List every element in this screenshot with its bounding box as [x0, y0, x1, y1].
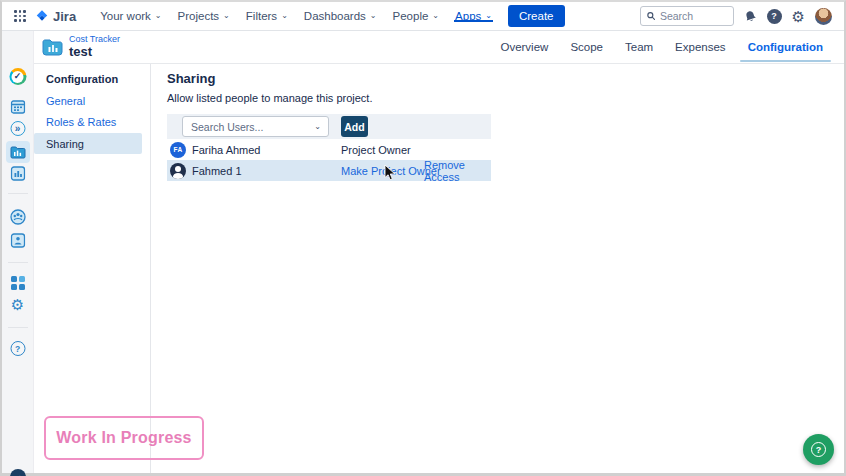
checkmark-badge-icon[interactable]: ✓ [9, 68, 26, 85]
work-in-progress-badge: Work In Progress [44, 416, 204, 460]
chevron-down-icon: ⌄ [314, 122, 321, 131]
add-user-toolbar: ⌄ Add [167, 114, 491, 139]
create-button[interactable]: Create [508, 5, 565, 27]
search-icon [647, 11, 655, 21]
project-header: Cost Tracker test Overview Scope Team Ex… [34, 31, 844, 64]
nav-people[interactable]: People ⌄ [385, 10, 448, 22]
project-name: test [69, 45, 120, 59]
default-avatar-icon [170, 163, 186, 179]
topbar-right: ? ⚙ [640, 2, 832, 30]
member-role: Project Owner [341, 144, 411, 156]
calendar-icon[interactable] [10, 99, 25, 114]
tab-expenses[interactable]: Expenses [664, 31, 737, 63]
help-fab-button[interactable]: ? [803, 434, 834, 465]
config-nav-general[interactable]: General [34, 90, 142, 111]
tab-team[interactable]: Team [614, 31, 664, 63]
user-avatar[interactable] [815, 8, 832, 25]
member-name: Fahmed 1 [192, 165, 242, 177]
chart-report-icon[interactable] [10, 166, 25, 181]
member-row-fahmed[interactable]: Fahmed 1 Make Project Owner Remove Acces… [167, 160, 491, 181]
rail-divider [8, 193, 28, 194]
project-tabs: Overview Scope Team Expenses Configurati… [489, 31, 844, 63]
person-card-icon[interactable] [10, 233, 25, 248]
remove-access-link[interactable]: Remove Access [424, 159, 491, 183]
member-name: Fariha Ahmed [192, 144, 260, 156]
sharing-panel: Sharing Allow listed people to manage th… [152, 64, 844, 473]
notifications-bell-icon[interactable] [742, 8, 758, 24]
question-mark-icon: ? [811, 442, 826, 457]
configuration-heading: Configuration [46, 73, 118, 85]
jira-window: Jira Your work ⌄ Projects ⌄ Filters ⌄ Da… [0, 0, 846, 476]
settings-gear-icon[interactable]: ⚙ [792, 9, 805, 24]
jira-logo-icon [35, 9, 49, 23]
avatar-initials: FA [170, 142, 186, 158]
apps-grid-icon[interactable] [11, 276, 25, 290]
product-name: Jira [53, 9, 76, 24]
team-people-icon[interactable] [10, 209, 26, 225]
search-users-input[interactable] [183, 121, 314, 133]
chevron-down-icon: ⌄ [155, 11, 162, 20]
global-search-input[interactable] [660, 10, 727, 22]
cost-tracker-app-icon [42, 39, 63, 56]
rail-help-icon[interactable]: ? [10, 341, 25, 356]
work-in-progress-label: Work In Progress [56, 429, 191, 447]
topbar-left: Jira Your work ⌄ Projects ⌄ Filters ⌄ Da… [14, 2, 565, 30]
search-users-select[interactable]: ⌄ [182, 116, 329, 137]
primary-nav: Your work ⌄ Projects ⌄ Filters ⌄ Dashboa… [92, 10, 500, 22]
nav-your-work[interactable]: Your work ⌄ [92, 10, 169, 22]
config-nav-sharing[interactable]: Sharing [34, 133, 142, 154]
app-sidebar-rail: ✓ » [2, 31, 34, 473]
tab-scope[interactable]: Scope [559, 31, 614, 63]
nav-dashboards[interactable]: Dashboards ⌄ [296, 10, 385, 22]
nav-filters[interactable]: Filters ⌄ [238, 10, 296, 22]
cost-tracker-folder-icon[interactable] [6, 141, 30, 163]
chevron-down-icon: ⌄ [281, 11, 288, 20]
help-icon[interactable]: ? [767, 9, 782, 24]
chevron-down-icon: ⌄ [485, 11, 492, 20]
rail-settings-gear-icon[interactable]: ⚙ [11, 297, 24, 312]
collapse-expand-button[interactable]: ➤ [10, 469, 26, 476]
tab-configuration[interactable]: Configuration [737, 31, 834, 63]
jira-logo[interactable]: Jira [35, 9, 76, 24]
chevron-down-icon: ⌄ [370, 11, 377, 20]
tab-overview[interactable]: Overview [489, 31, 559, 63]
global-search[interactable] [640, 6, 734, 26]
nav-projects[interactable]: Projects ⌄ [170, 10, 238, 22]
top-navigation-bar: Jira Your work ⌄ Projects ⌄ Filters ⌄ Da… [2, 2, 844, 31]
fast-forward-icon[interactable]: » [10, 121, 25, 136]
project-titles: Cost Tracker test [69, 35, 120, 59]
app-switcher-icon[interactable] [14, 10, 26, 22]
check-icon: ✓ [12, 71, 24, 83]
config-nav-roles-rates[interactable]: Roles & Rates [34, 111, 142, 132]
chevron-down-icon: ⌄ [432, 11, 439, 20]
chevron-down-icon: ⌄ [223, 11, 230, 20]
rail-divider [8, 327, 28, 328]
arrow-icon: ➤ [13, 472, 22, 476]
page-description: Allow listed people to manage this proje… [167, 92, 372, 104]
nav-apps[interactable]: Apps ⌄ [447, 10, 500, 22]
rail-divider [8, 262, 28, 263]
member-row-fariha: FA Fariha Ahmed Project Owner [167, 139, 491, 160]
configuration-sidebar: Configuration General Roles & Rates Shar… [34, 64, 151, 473]
page-title: Sharing [167, 71, 215, 86]
add-button[interactable]: Add [341, 116, 368, 137]
